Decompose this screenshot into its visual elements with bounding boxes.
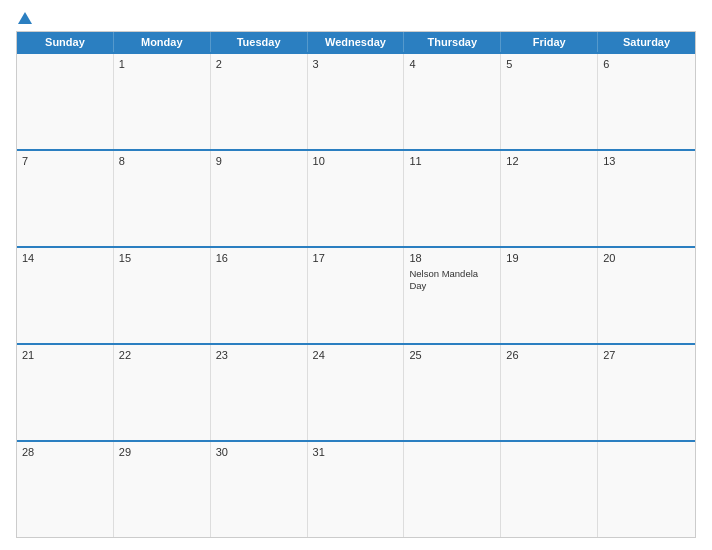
day-number: 26 (506, 349, 592, 361)
calendar-cell: 5 (501, 54, 598, 149)
calendar-grid: SundayMondayTuesdayWednesdayThursdayFrid… (16, 31, 696, 538)
calendar-cell: 2 (211, 54, 308, 149)
calendar-cell: 30 (211, 442, 308, 537)
calendar-cell: 3 (308, 54, 405, 149)
logo (16, 12, 32, 25)
day-number: 27 (603, 349, 690, 361)
calendar-cell: 16 (211, 248, 308, 343)
day-number: 6 (603, 58, 690, 70)
calendar-cell: 6 (598, 54, 695, 149)
day-number: 19 (506, 252, 592, 264)
day-number: 10 (313, 155, 399, 167)
calendar-cell: 4 (404, 54, 501, 149)
day-header-saturday: Saturday (598, 32, 695, 52)
day-number: 7 (22, 155, 108, 167)
week-row-0: 123456 (17, 52, 695, 149)
calendar-cell (501, 442, 598, 537)
day-number: 28 (22, 446, 108, 458)
calendar-cell: 14 (17, 248, 114, 343)
calendar-cell (598, 442, 695, 537)
day-number: 18 (409, 252, 495, 264)
day-number: 15 (119, 252, 205, 264)
calendar-cell: 29 (114, 442, 211, 537)
day-header-monday: Monday (114, 32, 211, 52)
calendar-cell: 21 (17, 345, 114, 440)
day-number: 31 (313, 446, 399, 458)
day-number: 21 (22, 349, 108, 361)
day-header-wednesday: Wednesday (308, 32, 405, 52)
calendar-cell: 23 (211, 345, 308, 440)
calendar-cell (17, 54, 114, 149)
day-number: 9 (216, 155, 302, 167)
calendar-event: Nelson Mandela Day (409, 268, 495, 293)
day-number: 1 (119, 58, 205, 70)
day-number: 14 (22, 252, 108, 264)
calendar-cell: 15 (114, 248, 211, 343)
calendar-cell: 19 (501, 248, 598, 343)
day-number: 23 (216, 349, 302, 361)
week-row-2: 1415161718Nelson Mandela Day1920 (17, 246, 695, 343)
calendar-cell: 7 (17, 151, 114, 246)
day-number: 24 (313, 349, 399, 361)
calendar-cell: 9 (211, 151, 308, 246)
calendar-cell: 18Nelson Mandela Day (404, 248, 501, 343)
calendar-cell: 26 (501, 345, 598, 440)
day-number: 22 (119, 349, 205, 361)
calendar-cell (404, 442, 501, 537)
calendar-cell: 10 (308, 151, 405, 246)
calendar-header: SundayMondayTuesdayWednesdayThursdayFrid… (17, 32, 695, 52)
day-header-friday: Friday (501, 32, 598, 52)
day-number: 12 (506, 155, 592, 167)
calendar-cell: 27 (598, 345, 695, 440)
day-number: 29 (119, 446, 205, 458)
calendar-cell: 12 (501, 151, 598, 246)
day-header-thursday: Thursday (404, 32, 501, 52)
calendar-cell: 22 (114, 345, 211, 440)
day-number: 8 (119, 155, 205, 167)
calendar-cell: 20 (598, 248, 695, 343)
day-number: 30 (216, 446, 302, 458)
week-row-4: 28293031 (17, 440, 695, 537)
logo-blue-text (16, 12, 32, 25)
calendar-cell: 31 (308, 442, 405, 537)
day-number: 11 (409, 155, 495, 167)
day-number: 3 (313, 58, 399, 70)
calendar-cell: 17 (308, 248, 405, 343)
calendar-page: SundayMondayTuesdayWednesdayThursdayFrid… (0, 0, 712, 550)
week-row-1: 78910111213 (17, 149, 695, 246)
day-number: 2 (216, 58, 302, 70)
calendar-cell: 13 (598, 151, 695, 246)
day-header-sunday: Sunday (17, 32, 114, 52)
calendar-cell: 8 (114, 151, 211, 246)
week-row-3: 21222324252627 (17, 343, 695, 440)
day-number: 16 (216, 252, 302, 264)
calendar-cell: 1 (114, 54, 211, 149)
header (16, 12, 696, 25)
day-number: 13 (603, 155, 690, 167)
day-number: 5 (506, 58, 592, 70)
day-number: 20 (603, 252, 690, 264)
calendar-cell: 11 (404, 151, 501, 246)
logo-triangle-icon (18, 12, 32, 24)
day-number: 17 (313, 252, 399, 264)
day-number: 4 (409, 58, 495, 70)
day-header-tuesday: Tuesday (211, 32, 308, 52)
calendar-cell: 25 (404, 345, 501, 440)
calendar-body: 123456789101112131415161718Nelson Mandel… (17, 52, 695, 537)
calendar-cell: 28 (17, 442, 114, 537)
day-number: 25 (409, 349, 495, 361)
calendar-cell: 24 (308, 345, 405, 440)
